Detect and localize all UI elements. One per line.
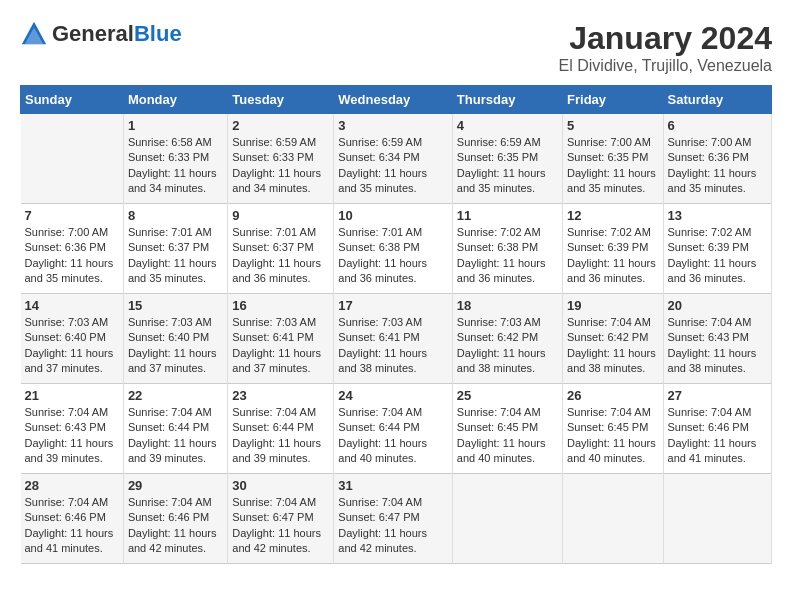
table-row: 3Sunrise: 6:59 AMSunset: 6:34 PMDaylight… <box>334 114 453 204</box>
calendar-week-row: 21Sunrise: 7:04 AMSunset: 6:43 PMDayligh… <box>21 384 772 474</box>
day-info: Sunrise: 7:04 AMSunset: 6:45 PMDaylight:… <box>457 405 558 467</box>
header-thursday: Thursday <box>452 86 562 114</box>
header-saturday: Saturday <box>663 86 771 114</box>
table-row: 17Sunrise: 7:03 AMSunset: 6:41 PMDayligh… <box>334 294 453 384</box>
table-row: 22Sunrise: 7:04 AMSunset: 6:44 PMDayligh… <box>123 384 227 474</box>
table-row: 24Sunrise: 7:04 AMSunset: 6:44 PMDayligh… <box>334 384 453 474</box>
calendar-week-row: 14Sunrise: 7:03 AMSunset: 6:40 PMDayligh… <box>21 294 772 384</box>
day-number: 16 <box>232 298 329 313</box>
logo: GeneralBlue <box>20 20 182 48</box>
calendar-week-row: 28Sunrise: 7:04 AMSunset: 6:46 PMDayligh… <box>21 474 772 564</box>
day-number: 3 <box>338 118 448 133</box>
table-row: 10Sunrise: 7:01 AMSunset: 6:38 PMDayligh… <box>334 204 453 294</box>
day-number: 15 <box>128 298 223 313</box>
calendar-week-row: 7Sunrise: 7:00 AMSunset: 6:36 PMDaylight… <box>21 204 772 294</box>
day-info: Sunrise: 7:03 AMSunset: 6:40 PMDaylight:… <box>128 315 223 377</box>
table-row: 1Sunrise: 6:58 AMSunset: 6:33 PMDaylight… <box>123 114 227 204</box>
day-number: 28 <box>25 478 119 493</box>
table-row: 30Sunrise: 7:04 AMSunset: 6:47 PMDayligh… <box>228 474 334 564</box>
day-info: Sunrise: 7:03 AMSunset: 6:40 PMDaylight:… <box>25 315 119 377</box>
day-number: 26 <box>567 388 659 403</box>
day-number: 24 <box>338 388 448 403</box>
table-row: 28Sunrise: 7:04 AMSunset: 6:46 PMDayligh… <box>21 474 124 564</box>
day-number: 11 <box>457 208 558 223</box>
day-info: Sunrise: 7:04 AMSunset: 6:45 PMDaylight:… <box>567 405 659 467</box>
day-number: 7 <box>25 208 119 223</box>
table-row: 27Sunrise: 7:04 AMSunset: 6:46 PMDayligh… <box>663 384 771 474</box>
day-number: 22 <box>128 388 223 403</box>
day-number: 30 <box>232 478 329 493</box>
main-title: January 2024 <box>559 20 772 57</box>
day-info: Sunrise: 7:03 AMSunset: 6:42 PMDaylight:… <box>457 315 558 377</box>
day-info: Sunrise: 7:04 AMSunset: 6:46 PMDaylight:… <box>128 495 223 557</box>
day-info: Sunrise: 7:01 AMSunset: 6:38 PMDaylight:… <box>338 225 448 287</box>
day-info: Sunrise: 7:04 AMSunset: 6:46 PMDaylight:… <box>668 405 767 467</box>
day-number: 23 <box>232 388 329 403</box>
day-number: 14 <box>25 298 119 313</box>
day-number: 9 <box>232 208 329 223</box>
table-row: 15Sunrise: 7:03 AMSunset: 6:40 PMDayligh… <box>123 294 227 384</box>
table-row: 14Sunrise: 7:03 AMSunset: 6:40 PMDayligh… <box>21 294 124 384</box>
day-info: Sunrise: 7:04 AMSunset: 6:42 PMDaylight:… <box>567 315 659 377</box>
day-number: 29 <box>128 478 223 493</box>
day-number: 25 <box>457 388 558 403</box>
day-info: Sunrise: 7:04 AMSunset: 6:46 PMDaylight:… <box>25 495 119 557</box>
day-info: Sunrise: 7:04 AMSunset: 6:47 PMDaylight:… <box>338 495 448 557</box>
table-row: 11Sunrise: 7:02 AMSunset: 6:38 PMDayligh… <box>452 204 562 294</box>
day-info: Sunrise: 7:02 AMSunset: 6:39 PMDaylight:… <box>668 225 767 287</box>
day-info: Sunrise: 6:59 AMSunset: 6:33 PMDaylight:… <box>232 135 329 197</box>
table-row: 29Sunrise: 7:04 AMSunset: 6:46 PMDayligh… <box>123 474 227 564</box>
logo-general: General <box>52 21 134 46</box>
table-row: 7Sunrise: 7:00 AMSunset: 6:36 PMDaylight… <box>21 204 124 294</box>
table-row: 5Sunrise: 7:00 AMSunset: 6:35 PMDaylight… <box>563 114 664 204</box>
day-info: Sunrise: 7:04 AMSunset: 6:44 PMDaylight:… <box>338 405 448 467</box>
logo-icon <box>20 20 48 48</box>
day-info: Sunrise: 7:04 AMSunset: 6:44 PMDaylight:… <box>128 405 223 467</box>
table-row <box>663 474 771 564</box>
table-row: 13Sunrise: 7:02 AMSunset: 6:39 PMDayligh… <box>663 204 771 294</box>
day-number: 18 <box>457 298 558 313</box>
day-number: 21 <box>25 388 119 403</box>
table-row: 19Sunrise: 7:04 AMSunset: 6:42 PMDayligh… <box>563 294 664 384</box>
table-row: 31Sunrise: 7:04 AMSunset: 6:47 PMDayligh… <box>334 474 453 564</box>
header-sunday: Sunday <box>21 86 124 114</box>
day-number: 27 <box>668 388 767 403</box>
table-row: 20Sunrise: 7:04 AMSunset: 6:43 PMDayligh… <box>663 294 771 384</box>
title-area: January 2024 El Dividive, Trujillo, Vene… <box>559 20 772 75</box>
day-number: 19 <box>567 298 659 313</box>
table-row: 16Sunrise: 7:03 AMSunset: 6:41 PMDayligh… <box>228 294 334 384</box>
header-tuesday: Tuesday <box>228 86 334 114</box>
table-row: 12Sunrise: 7:02 AMSunset: 6:39 PMDayligh… <box>563 204 664 294</box>
day-info: Sunrise: 7:04 AMSunset: 6:43 PMDaylight:… <box>668 315 767 377</box>
day-info: Sunrise: 7:00 AMSunset: 6:36 PMDaylight:… <box>668 135 767 197</box>
calendar-header-row: Sunday Monday Tuesday Wednesday Thursday… <box>21 86 772 114</box>
day-number: 31 <box>338 478 448 493</box>
day-info: Sunrise: 7:02 AMSunset: 6:39 PMDaylight:… <box>567 225 659 287</box>
day-info: Sunrise: 7:02 AMSunset: 6:38 PMDaylight:… <box>457 225 558 287</box>
table-row <box>563 474 664 564</box>
day-number: 1 <box>128 118 223 133</box>
table-row: 6Sunrise: 7:00 AMSunset: 6:36 PMDaylight… <box>663 114 771 204</box>
day-number: 6 <box>668 118 767 133</box>
day-info: Sunrise: 7:04 AMSunset: 6:43 PMDaylight:… <box>25 405 119 467</box>
day-number: 2 <box>232 118 329 133</box>
table-row: 26Sunrise: 7:04 AMSunset: 6:45 PMDayligh… <box>563 384 664 474</box>
table-row <box>452 474 562 564</box>
day-info: Sunrise: 7:04 AMSunset: 6:44 PMDaylight:… <box>232 405 329 467</box>
day-info: Sunrise: 7:01 AMSunset: 6:37 PMDaylight:… <box>232 225 329 287</box>
table-row: 23Sunrise: 7:04 AMSunset: 6:44 PMDayligh… <box>228 384 334 474</box>
day-info: Sunrise: 7:03 AMSunset: 6:41 PMDaylight:… <box>338 315 448 377</box>
calendar-table: Sunday Monday Tuesday Wednesday Thursday… <box>20 85 772 564</box>
day-number: 13 <box>668 208 767 223</box>
day-number: 10 <box>338 208 448 223</box>
day-number: 4 <box>457 118 558 133</box>
day-number: 20 <box>668 298 767 313</box>
day-info: Sunrise: 7:00 AMSunset: 6:36 PMDaylight:… <box>25 225 119 287</box>
calendar-week-row: 1Sunrise: 6:58 AMSunset: 6:33 PMDaylight… <box>21 114 772 204</box>
table-row: 25Sunrise: 7:04 AMSunset: 6:45 PMDayligh… <box>452 384 562 474</box>
table-row: 18Sunrise: 7:03 AMSunset: 6:42 PMDayligh… <box>452 294 562 384</box>
day-info: Sunrise: 7:01 AMSunset: 6:37 PMDaylight:… <box>128 225 223 287</box>
day-info: Sunrise: 6:58 AMSunset: 6:33 PMDaylight:… <box>128 135 223 197</box>
day-number: 8 <box>128 208 223 223</box>
table-row: 21Sunrise: 7:04 AMSunset: 6:43 PMDayligh… <box>21 384 124 474</box>
